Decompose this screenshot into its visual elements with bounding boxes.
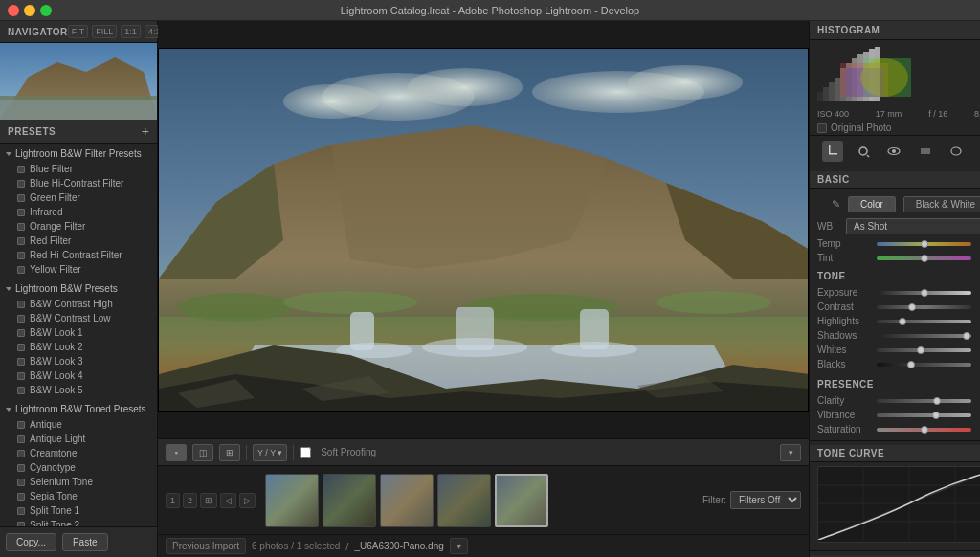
contrast-thumb[interactable]	[908, 303, 916, 311]
whites-slider[interactable]	[877, 348, 971, 352]
copy-button[interactable]: Copy...	[6, 533, 56, 551]
tint-slider[interactable]	[877, 256, 971, 260]
tint-value: 0	[975, 253, 980, 263]
preset-item[interactable]: B&W Look 2	[0, 340, 157, 354]
preset-item[interactable]: B&W Look 5	[0, 383, 157, 397]
preset-group-bw-presets-header[interactable]: Lightroom B&W Presets	[0, 280, 157, 297]
gradient-tool[interactable]	[915, 141, 936, 162]
wb-dropdown[interactable]: As Shot Auto Daylight Cloudy Shade Tungs…	[846, 218, 980, 234]
preset-group-bw-filter: Lightroom B&W Filter Presets Blue Filter…	[0, 144, 157, 278]
blacks-slider[interactable]	[877, 363, 971, 367]
preset-icon	[17, 266, 25, 274]
exposure-slider[interactable]	[877, 291, 971, 295]
preset-item[interactable]: Green Filter	[0, 190, 157, 205]
preset-item[interactable]: Sepia Tone	[0, 489, 157, 503]
vibrance-thumb[interactable]	[932, 412, 940, 419]
clarity-slider[interactable]	[877, 399, 971, 403]
temp-slider[interactable]	[877, 242, 971, 246]
preset-item[interactable]: Blue Hi-Contrast Filter	[0, 176, 157, 190]
original-photo-label: Original Photo	[831, 123, 891, 133]
preset-item[interactable]: Orange Filter	[0, 219, 157, 234]
filmstrip-next-nav[interactable]: ▷	[239, 493, 256, 508]
film-thumbnail-5[interactable]	[495, 474, 548, 527]
preset-item[interactable]: Yellow Filter	[0, 262, 157, 277]
highlights-slider[interactable]	[877, 320, 971, 323]
fit-button[interactable]: FIT	[68, 25, 89, 38]
paste-button[interactable]: Paste	[62, 533, 108, 551]
filmstrip-view-btn-1[interactable]: 1	[166, 493, 180, 508]
blacks-thumb[interactable]	[907, 361, 915, 368]
strip-filename: _U6A6300-Pano.dng	[354, 541, 443, 551]
preset-item[interactable]: Blue Filter	[0, 162, 157, 176]
single-view-button[interactable]: ▪	[166, 444, 187, 461]
previous-import-button[interactable]: Previous Import	[166, 538, 246, 554]
temp-thumb[interactable]	[921, 240, 928, 248]
original-photo-checkbox[interactable]	[817, 123, 827, 133]
redeye-tool[interactable]	[883, 141, 904, 162]
add-preset-button[interactable]: +	[142, 123, 149, 139]
preset-icon	[17, 223, 25, 231]
film-thumbnail-4[interactable]	[437, 474, 491, 527]
preset-item[interactable]: Creamtone	[0, 446, 157, 460]
compare-view-button[interactable]: ◫	[192, 444, 213, 461]
preset-item[interactable]: B&W Look 4	[0, 368, 157, 383]
radial-tool[interactable]	[946, 141, 967, 162]
ratio1-button[interactable]: 1:1	[121, 25, 141, 38]
preset-group-bw-filter-header[interactable]: Lightroom B&W Filter Presets	[0, 145, 157, 162]
toolbar-separator-2	[293, 445, 294, 460]
exposure-thumb[interactable]	[921, 289, 928, 297]
saturation-slider[interactable]	[877, 428, 971, 432]
iso-value: ISO 400	[817, 109, 849, 119]
highlights-thumb[interactable]	[899, 318, 906, 325]
film-thumbnail-1[interactable]	[265, 474, 319, 527]
contrast-slider[interactable]	[877, 305, 971, 309]
survey-view-button[interactable]: ⊞	[219, 444, 240, 461]
filmstrip-grid-button[interactable]: ⊞	[200, 493, 217, 508]
tint-thumb[interactable]	[921, 255, 928, 262]
film-thumbnail-3[interactable]	[380, 474, 434, 527]
preset-item[interactable]: Antique Light	[0, 432, 157, 446]
filmstrip-prev-nav[interactable]: ◁	[220, 493, 236, 508]
preset-item[interactable]: Red Filter	[0, 234, 157, 248]
filmstrip-controls: 1 2 ⊞ ◁ ▷	[166, 493, 256, 508]
preset-item[interactable]: Selenium Tone	[0, 475, 157, 489]
minimize-button[interactable]	[24, 5, 35, 16]
preset-item[interactable]: Infrared	[0, 205, 157, 219]
crop-tool[interactable]	[822, 141, 843, 162]
color-treatment-button[interactable]: Color	[848, 196, 896, 212]
preset-item[interactable]: B&W Contrast Low	[0, 311, 157, 325]
soft-proof-checkbox[interactable]	[300, 447, 311, 458]
preset-item[interactable]: Cyanotype	[0, 460, 157, 475]
film-thumbnail-2[interactable]	[323, 474, 376, 527]
preset-item[interactable]: B&W Look 3	[0, 354, 157, 368]
saturation-thumb[interactable]	[921, 426, 928, 434]
clarity-thumb[interactable]	[933, 397, 941, 405]
preset-item[interactable]: B&W Contrast High	[0, 297, 157, 311]
bw-treatment-button[interactable]: Black & White	[903, 196, 980, 212]
preset-item[interactable]: Antique	[0, 417, 157, 432]
preset-item[interactable]: B&W Look 1	[0, 325, 157, 340]
preset-item[interactable]: Red Hi-Contrast Filter	[0, 248, 157, 262]
toolbar-end-button[interactable]: ▾	[780, 444, 801, 461]
navigator-preview[interactable]	[0, 43, 157, 120]
spot-remove-tool[interactable]	[853, 141, 874, 162]
shadows-slider[interactable]	[877, 334, 971, 338]
close-button[interactable]	[8, 5, 19, 16]
whites-thumb[interactable]	[917, 346, 924, 354]
filmstrip-view-btn-2[interactable]: 2	[183, 493, 197, 508]
preset-group-bw-toned-header[interactable]: Lightroom B&W Toned Presets	[0, 401, 157, 417]
maximize-button[interactable]	[40, 5, 52, 16]
wb-picker-icon[interactable]: ✎	[832, 198, 840, 211]
preset-item[interactable]: Split Tone 1	[0, 503, 157, 518]
shadows-thumb[interactable]	[963, 332, 970, 340]
view-mode-dropdown[interactable]: Y / Y ▾	[253, 444, 287, 461]
adjustment-brush-tool[interactable]	[976, 141, 980, 162]
fill-button[interactable]: FILL	[92, 25, 117, 38]
preset-item[interactable]: Split Tone 2	[0, 518, 157, 526]
filename-dropdown[interactable]: ▾	[450, 538, 468, 554]
spot-icon	[857, 145, 870, 158]
vibrance-slider[interactable]	[877, 413, 971, 417]
presets-header[interactable]: Presets +	[0, 120, 157, 144]
filter-dropdown[interactable]: Filters Off	[730, 491, 801, 509]
contrast-value: -34	[975, 301, 980, 312]
